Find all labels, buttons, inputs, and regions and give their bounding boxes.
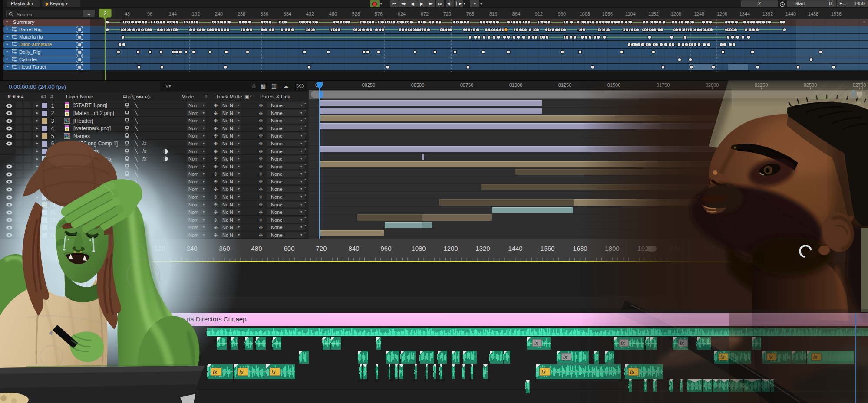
svg-text:fx: fx <box>534 340 538 346</box>
svg-text:fx: fx <box>541 369 546 375</box>
